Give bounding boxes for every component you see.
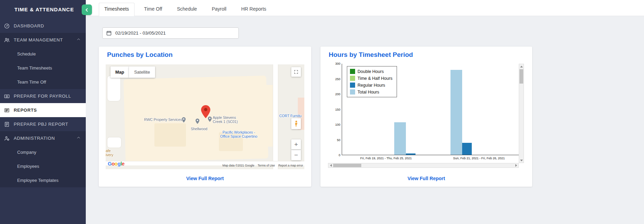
chevron-left-icon bbox=[84, 7, 90, 13]
x-tick-label: Sun, Feb 21, 2021 - Fri, Feb 26, 2021 bbox=[453, 157, 505, 160]
legend-swatch bbox=[350, 89, 355, 95]
reports-icon bbox=[3, 107, 10, 114]
tab-payroll[interactable]: Payroll bbox=[207, 3, 232, 16]
card-title: Hours by Timesheet Period bbox=[329, 51, 413, 59]
top-tab-bar: Timesheets Time Off Schedule Payroll HR … bbox=[86, 0, 644, 16]
legend-item: Double Hours bbox=[350, 69, 393, 74]
map-building-shape bbox=[107, 137, 121, 148]
zoom-out-button[interactable]: − bbox=[291, 150, 301, 160]
scroll-right-icon[interactable] bbox=[514, 163, 518, 167]
view-full-report-link[interactable]: View Full Report bbox=[320, 176, 532, 181]
total-hours-bar bbox=[450, 70, 462, 155]
bar-group bbox=[450, 64, 472, 155]
calendar-icon bbox=[106, 30, 112, 36]
legend-item: Regular Hours bbox=[350, 83, 393, 88]
sidebar-item-label: PREPARE PBJ REPORT bbox=[14, 122, 68, 127]
sidebar-item-label: REPORTS bbox=[14, 108, 37, 113]
sidebar-item-company[interactable]: Company bbox=[0, 145, 86, 159]
administration-icon bbox=[3, 135, 10, 142]
tab-hr-reports[interactable]: HR Reports bbox=[236, 3, 271, 16]
sidebar: TIME & ATTENDANCE DASHBOARD TEAM MANAGEM… bbox=[0, 0, 86, 224]
map-label: Office Space Cupertino bbox=[219, 134, 259, 138]
map-label: afe bbox=[106, 149, 111, 153]
sidebar-group-administration: ADMINISTRATION Company Employees Employe… bbox=[0, 131, 86, 187]
sidebar-item-prepare-for-payroll[interactable]: PREPARE FOR PAYROLL bbox=[0, 89, 86, 103]
fullscreen-icon[interactable] bbox=[291, 67, 301, 77]
app-screen: TIME & ATTENDANCE DASHBOARD TEAM MANAGEM… bbox=[0, 0, 644, 224]
sidebar-item-reports[interactable]: REPORTS bbox=[0, 103, 86, 117]
hours-by-timesheet-period-card: Hours by Timesheet Period 300 250 200 15… bbox=[320, 47, 532, 187]
chart-vertical-scrollbar[interactable] bbox=[519, 64, 524, 163]
poi-pin-icon bbox=[196, 119, 199, 122]
zoom-in-button[interactable]: + bbox=[291, 139, 301, 150]
logo-letter: o bbox=[115, 161, 118, 166]
vertical-scroll-thumb[interactable] bbox=[519, 69, 523, 84]
legend-item: Total Hours bbox=[350, 89, 393, 95]
sidebar-item-administration[interactable]: ADMINISTRATION bbox=[0, 131, 86, 145]
logo-letter: g bbox=[118, 161, 121, 166]
payroll-icon bbox=[3, 93, 10, 100]
x-tick-label: Fri, Feb 19, 2021 - Thu, Feb 25, 2021 bbox=[360, 157, 412, 160]
map-label: Apple Stevens bbox=[213, 115, 236, 120]
hours-bar-chart: 300 250 200 150 100 50 0 Double Hours Ti… bbox=[328, 62, 524, 168]
map-building-shape bbox=[154, 123, 186, 147]
legend-swatch bbox=[350, 76, 355, 81]
map-label: Pacific Workplaces - bbox=[219, 130, 259, 134]
legend-item: Time & Half Hours bbox=[350, 76, 393, 81]
logo-letter: G bbox=[108, 161, 112, 166]
y-axis: 300 250 200 150 100 50 0 bbox=[328, 64, 340, 155]
logo-letter: o bbox=[112, 161, 115, 166]
chart-horizontal-scrollbar[interactable] bbox=[328, 163, 519, 168]
report-map-error-link[interactable]: Report a map error bbox=[278, 164, 303, 167]
view-full-report-link[interactable]: View Full Report bbox=[99, 176, 311, 181]
legend-label: Total Hours bbox=[358, 90, 379, 95]
sidebar-collapse-button[interactable] bbox=[82, 4, 92, 15]
dashboard-icon bbox=[3, 23, 10, 29]
google-map[interactable]: RWC Property Services Apple Stevens Cree… bbox=[106, 64, 304, 169]
terms-of-use-link[interactable]: Terms of Use bbox=[258, 164, 275, 167]
sidebar-item-employee-templates[interactable]: Employee Templates bbox=[0, 173, 86, 187]
sidebar-item-dashboard[interactable]: DASHBOARD bbox=[0, 19, 86, 33]
sidebar-item-team-management[interactable]: TEAM MANAGEMENT bbox=[0, 33, 86, 47]
map-building-shape bbox=[107, 75, 121, 101]
map-type-satellite-button[interactable]: Satellite bbox=[129, 66, 155, 78]
tab-schedule[interactable]: Schedule bbox=[172, 3, 202, 16]
map-label: Shellwood bbox=[191, 127, 207, 131]
map-type-map-button[interactable]: Map bbox=[110, 66, 129, 78]
legend-swatch bbox=[350, 69, 355, 74]
tab-timesheets[interactable]: Timesheets bbox=[99, 3, 134, 16]
map-marker-icon[interactable] bbox=[201, 105, 210, 119]
scroll-down-icon[interactable] bbox=[519, 158, 524, 163]
sidebar-group-team-management: TEAM MANAGEMENT Schedule Team Timesheets… bbox=[0, 33, 86, 89]
google-logo[interactable]: Google bbox=[108, 161, 125, 166]
date-range-picker[interactable]: 02/19/2021 - 03/05/2021 bbox=[102, 27, 239, 39]
sidebar-item-team-timesheets[interactable]: Team Timesheets bbox=[0, 61, 86, 75]
map-label: ivery bbox=[106, 153, 113, 157]
bar-group bbox=[394, 64, 415, 155]
sidebar-item-label: ADMINISTRATION bbox=[14, 136, 55, 141]
map-label: RWC Property Services bbox=[144, 117, 182, 122]
regular-hours-bar bbox=[462, 143, 472, 155]
legend-label: Time & Half Hours bbox=[358, 76, 393, 81]
map-attribution: Map data ©2021 Google Terms of Use Repor… bbox=[222, 164, 303, 167]
tab-time-off[interactable]: Time Off bbox=[139, 3, 167, 16]
card-title: Punches by Location bbox=[107, 51, 173, 59]
legend-swatch bbox=[350, 83, 355, 88]
horizontal-scroll-thumb[interactable] bbox=[333, 164, 361, 167]
legend-label: Double Hours bbox=[358, 69, 384, 74]
scroll-up-icon[interactable] bbox=[519, 64, 524, 69]
plot-area: Double Hours Time & Half Hours Regular H… bbox=[342, 64, 519, 155]
sidebar-item-team-time-off[interactable]: Team Time Off bbox=[0, 75, 86, 89]
sidebar-item-schedule[interactable]: Schedule bbox=[0, 47, 86, 61]
total-hours-bar bbox=[394, 122, 406, 155]
app-title: TIME & ATTENDANCE bbox=[0, 0, 86, 19]
date-range-value: 02/19/2021 - 03/05/2021 bbox=[115, 30, 166, 36]
sidebar-item-label: PREPARE FOR PAYROLL bbox=[14, 94, 71, 99]
regular-hours-bar bbox=[406, 153, 415, 155]
sidebar-item-prepare-pbj-report[interactable]: PREPARE PBJ REPORT bbox=[0, 117, 86, 131]
legend-label: Regular Hours bbox=[358, 83, 385, 88]
scroll-left-icon[interactable] bbox=[328, 163, 333, 167]
sidebar-item-employees[interactable]: Employees bbox=[0, 159, 86, 173]
street-view-pegman-icon[interactable] bbox=[291, 118, 301, 129]
sidebar-item-label: TEAM MANAGEMENT bbox=[14, 37, 63, 42]
